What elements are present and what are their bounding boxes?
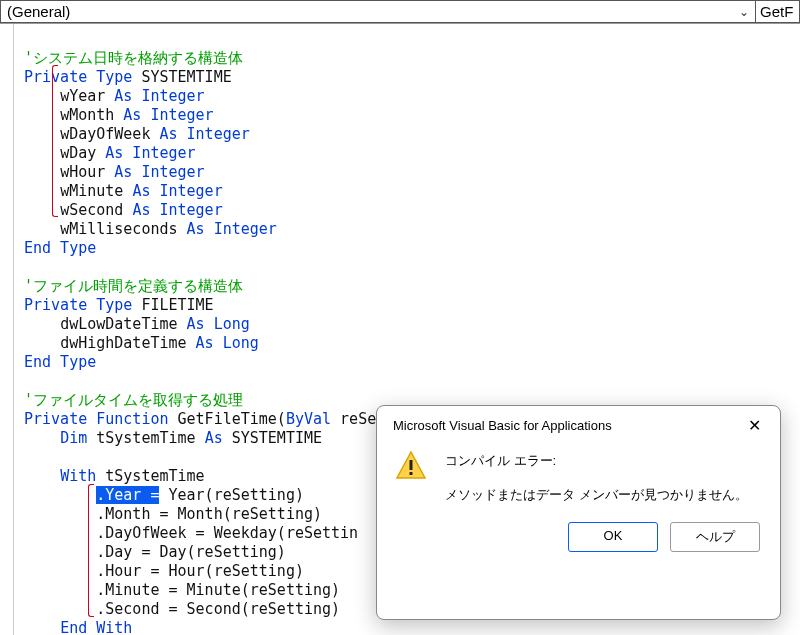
dialog-message-line2: メソッドまたはデータ メンバーが見つかりません。 bbox=[445, 485, 762, 505]
svg-rect-1 bbox=[410, 460, 413, 470]
editor-gutter bbox=[0, 24, 14, 635]
object-dropdown[interactable]: (General) ⌄ bbox=[0, 0, 756, 23]
dialog-buttons: OK ヘルプ bbox=[377, 512, 780, 566]
code-comment: 'ファイル時間を定義する構造体 bbox=[24, 277, 243, 295]
code-comment: 'ファイルタイムを取得する処理 bbox=[24, 391, 243, 409]
error-dialog: Microsoft Visual Basic for Applications … bbox=[376, 405, 781, 620]
topbar: (General) ⌄ GetF bbox=[0, 0, 800, 24]
dialog-titlebar: Microsoft Visual Basic for Applications … bbox=[377, 406, 780, 441]
dialog-message-line1: コンパイル エラー: bbox=[445, 451, 762, 471]
close-icon[interactable]: ✕ bbox=[740, 416, 768, 435]
dialog-title-text: Microsoft Visual Basic for Applications bbox=[393, 418, 612, 433]
help-button[interactable]: ヘルプ bbox=[670, 522, 760, 552]
object-dropdown-label: (General) bbox=[7, 3, 70, 20]
dialog-message: コンパイル エラー: メソッドまたはデータ メンバーが見つかりません。 bbox=[445, 449, 762, 504]
procedure-dropdown-label: GetF bbox=[760, 3, 793, 20]
bracket-annotation-1 bbox=[52, 65, 58, 217]
svg-rect-2 bbox=[410, 472, 413, 475]
procedure-dropdown[interactable]: GetF bbox=[756, 0, 800, 23]
dialog-body: コンパイル エラー: メソッドまたはデータ メンバーが見つかりません。 bbox=[377, 441, 780, 512]
selected-text: .Year = bbox=[96, 486, 159, 504]
bracket-annotation-2 bbox=[88, 484, 94, 617]
warning-icon bbox=[395, 449, 429, 504]
ok-button[interactable]: OK bbox=[568, 522, 658, 552]
chevron-down-icon: ⌄ bbox=[739, 5, 749, 19]
